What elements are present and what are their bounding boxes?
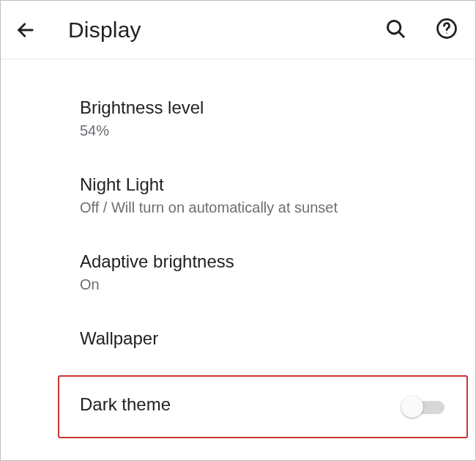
setting-dark-theme[interactable]: Dark theme [58,375,468,438]
help-icon[interactable] [436,18,458,43]
svg-point-4 [446,32,447,34]
top-actions [384,18,458,43]
setting-wallpaper[interactable]: Wallpaper [1,311,475,371]
search-icon[interactable] [384,18,406,43]
setting-label: Night Light [80,174,446,195]
setting-label: Brightness level [80,97,446,118]
settings-list: Brightness level 54% Night Light Off / W… [1,59,475,438]
setting-value: 54% [80,122,446,139]
setting-adaptive-brightness[interactable]: Adaptive brightness On [1,234,475,311]
svg-line-2 [399,32,404,37]
setting-label: Adaptive brightness [80,251,446,272]
setting-label: Dark theme [80,394,404,415]
dark-theme-toggle[interactable] [404,398,446,416]
setting-night-light[interactable]: Night Light Off / Will turn on automatic… [1,157,475,234]
back-icon[interactable] [15,20,36,40]
top-app-bar: Display [1,1,475,59]
setting-label: Wallpaper [80,328,446,349]
setting-brightness-level[interactable]: Brightness level 54% [1,80,475,157]
setting-value: Off / Will turn on automatically at suns… [80,199,446,216]
setting-value: On [80,276,446,293]
page-title: Display [68,18,384,43]
